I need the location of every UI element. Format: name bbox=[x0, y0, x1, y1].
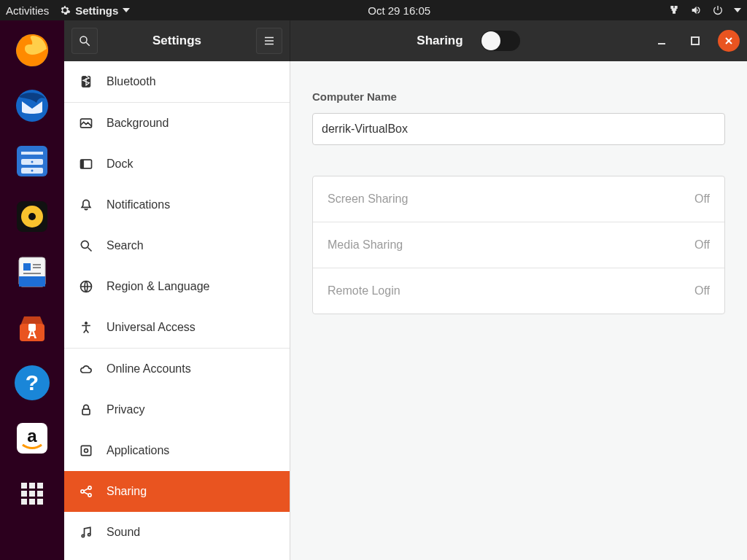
window-minimize-button[interactable] bbox=[651, 30, 673, 52]
sidebar-item-label: Sound bbox=[107, 526, 140, 539]
sidebar-item-sharing[interactable]: Sharing bbox=[64, 471, 290, 512]
svg-rect-50 bbox=[82, 409, 90, 415]
system-tray[interactable] bbox=[668, 4, 741, 16]
window-close-button[interactable] bbox=[718, 30, 740, 52]
gear-icon bbox=[59, 4, 71, 16]
dock-firefox[interactable] bbox=[11, 29, 53, 71]
row-status: Off bbox=[694, 238, 710, 252]
svg-rect-3 bbox=[21, 152, 43, 155]
sidebar-item-label: Notifications bbox=[107, 198, 170, 211]
header-title: Sharing bbox=[417, 34, 462, 48]
bluetooth-icon bbox=[79, 74, 93, 89]
sidebar-item-sound[interactable]: Sound bbox=[64, 512, 290, 553]
app-menu-label: Settings bbox=[75, 4, 118, 17]
dock-writer[interactable] bbox=[11, 251, 53, 293]
sidebar-item-label: Online Accounts bbox=[107, 362, 191, 376]
svg-text:a: a bbox=[27, 426, 37, 446]
row-label: Media Sharing bbox=[328, 238, 403, 252]
svg-point-49 bbox=[85, 322, 87, 324]
svg-point-57 bbox=[88, 534, 90, 536]
svg-point-6 bbox=[31, 161, 34, 163]
dock-help[interactable]: ? bbox=[11, 362, 53, 404]
dock-software[interactable]: A bbox=[11, 306, 53, 349]
row-remote-login[interactable]: Remote Login Off bbox=[313, 268, 724, 314]
row-screen-sharing[interactable]: Screen Sharing Off bbox=[313, 176, 724, 222]
row-status: Off bbox=[694, 284, 710, 298]
svg-rect-51 bbox=[81, 446, 90, 455]
dock-amazon[interactable]: a bbox=[11, 417, 53, 459]
sharing-options-list: Screen Sharing Off Media Sharing Off Rem… bbox=[312, 176, 725, 314]
svg-rect-27 bbox=[21, 491, 27, 497]
sidebar-item-dock[interactable]: Dock bbox=[64, 144, 290, 184]
window-header: Settings Sharing bbox=[64, 20, 747, 61]
window-maximize-button[interactable] bbox=[684, 30, 706, 52]
sidebar-item-label: Background bbox=[107, 117, 169, 130]
svg-rect-29 bbox=[37, 491, 43, 497]
activities-button[interactable]: Activities bbox=[6, 4, 49, 17]
svg-rect-24 bbox=[21, 483, 27, 489]
network-icon bbox=[668, 4, 680, 16]
svg-point-33 bbox=[80, 36, 87, 43]
sidebar-item-privacy[interactable]: Privacy bbox=[64, 389, 290, 430]
dock-thunderbird[interactable] bbox=[11, 85, 53, 127]
settings-window: Settings Sharing Bluetooth bbox=[64, 20, 747, 560]
sidebar-item-label: Region & Language bbox=[107, 280, 209, 293]
row-status: Off bbox=[694, 192, 710, 206]
dock-rhythmbox[interactable] bbox=[11, 195, 53, 238]
hamburger-button[interactable] bbox=[256, 28, 282, 54]
sharing-master-toggle[interactable] bbox=[481, 31, 520, 51]
gear-icon bbox=[79, 443, 93, 458]
dock-show-apps[interactable] bbox=[11, 472, 53, 515]
background-icon bbox=[79, 116, 93, 131]
sidebar-item-label: Search bbox=[107, 239, 144, 252]
svg-rect-28 bbox=[29, 491, 35, 497]
sidebar-item-online-accounts[interactable]: Online Accounts bbox=[64, 349, 290, 389]
sidebar-search-button[interactable] bbox=[71, 28, 98, 54]
svg-text:?: ? bbox=[26, 370, 39, 394]
app-menu[interactable]: Settings bbox=[59, 4, 130, 17]
dock-files[interactable] bbox=[11, 140, 53, 182]
row-label: Screen Sharing bbox=[328, 192, 408, 206]
sidebar-item-label: Sharing bbox=[107, 485, 147, 498]
svg-rect-13 bbox=[23, 263, 31, 271]
sidebar-item-bluetooth[interactable]: Bluetooth bbox=[64, 61, 290, 102]
menu-icon bbox=[263, 34, 276, 47]
dock-icon bbox=[79, 157, 93, 171]
sidebar-title: Settings bbox=[98, 34, 256, 48]
maximize-icon bbox=[690, 36, 700, 46]
svg-point-52 bbox=[85, 449, 88, 453]
sidebar-item-label: Bluetooth bbox=[107, 75, 156, 88]
clock[interactable]: Oct 29 16:05 bbox=[130, 4, 668, 17]
cloud-icon bbox=[79, 362, 93, 376]
svg-rect-31 bbox=[29, 499, 35, 505]
svg-rect-12 bbox=[19, 276, 45, 287]
sidebar-item-background[interactable]: Background bbox=[64, 103, 290, 144]
chevron-down-icon bbox=[734, 8, 741, 12]
sidebar-item-universal-access[interactable]: Universal Access bbox=[64, 307, 290, 348]
ubuntu-dock: A ? a bbox=[0, 20, 64, 560]
accessibility-icon bbox=[79, 320, 93, 335]
bell-icon bbox=[79, 198, 93, 212]
globe-icon bbox=[79, 279, 93, 294]
close-icon bbox=[724, 36, 734, 46]
computer-name-input[interactable] bbox=[312, 113, 725, 145]
share-icon bbox=[79, 484, 93, 499]
music-icon bbox=[79, 525, 93, 540]
search-icon bbox=[79, 238, 93, 253]
svg-rect-45 bbox=[81, 160, 84, 168]
chevron-down-icon bbox=[123, 8, 130, 12]
svg-point-56 bbox=[82, 534, 84, 537]
sidebar-item-notifications[interactable]: Notifications bbox=[64, 184, 290, 225]
computer-name-label: Computer Name bbox=[312, 90, 725, 103]
settings-content: Computer Name Screen Sharing Off Media S… bbox=[290, 61, 747, 560]
sidebar-item-applications[interactable]: Applications bbox=[64, 430, 290, 471]
search-icon bbox=[78, 34, 91, 47]
gnome-top-panel: Activities Settings Oct 29 16:05 bbox=[0, 0, 747, 20]
svg-rect-26 bbox=[37, 483, 43, 489]
lock-icon bbox=[79, 402, 93, 417]
row-media-sharing[interactable]: Media Sharing Off bbox=[313, 222, 724, 268]
sidebar-item-search[interactable]: Search bbox=[64, 225, 290, 266]
sidebar-item-region[interactable]: Region & Language bbox=[64, 266, 290, 307]
svg-point-10 bbox=[28, 213, 36, 220]
sidebar-item-label: Privacy bbox=[107, 403, 144, 416]
